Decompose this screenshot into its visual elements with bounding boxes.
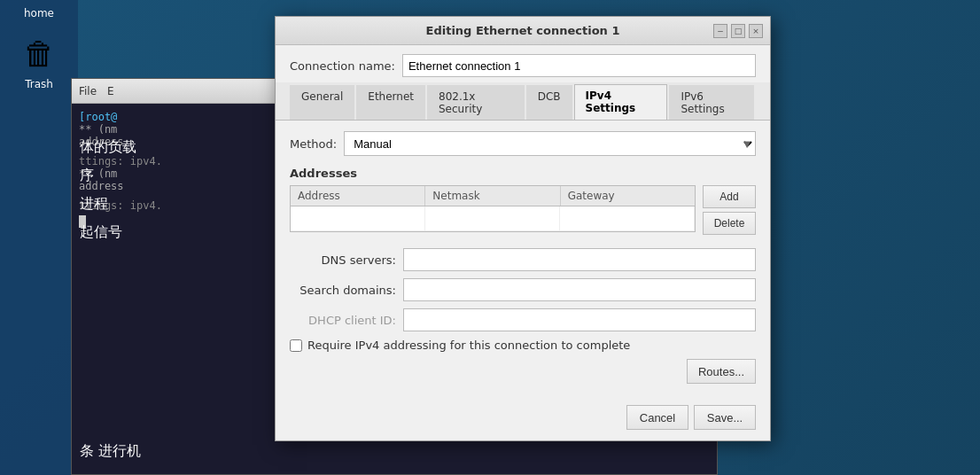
connection-name-row: Connection name: [276, 45, 770, 82]
dhcp-input[interactable] [403, 308, 756, 331]
tab-ipv6[interactable]: IPv6 Settings [669, 85, 754, 120]
routes-button[interactable]: Routes... [687, 359, 756, 384]
addresses-section-title: Addresses [290, 167, 756, 180]
addr-buttons: Add Delete [703, 185, 756, 239]
method-select-wrapper: Manual Automatic (DHCP) Link-Local Only … [344, 131, 756, 156]
tab-general[interactable]: General [290, 85, 354, 120]
require-ipv4-checkbox[interactable] [290, 339, 302, 352]
delete-button[interactable]: Delete [703, 212, 756, 235]
tabs-row: General Ethernet 802.1x Security DCB IPv… [276, 82, 770, 121]
dialog-overlay: Editing Ethernet connection 1 − □ × Conn… [0, 0, 980, 475]
dialog-titlebar: Editing Ethernet connection 1 − □ × [276, 17, 770, 45]
dhcp-row: DHCP client ID: [290, 308, 756, 331]
checkbox-row: Require IPv4 addressing for this connect… [290, 339, 756, 352]
tab-dcb[interactable]: DCB [526, 85, 572, 120]
dialog-content: Method: Manual Automatic (DHCP) Link-Loc… [276, 121, 770, 398]
search-row: Search domains: [290, 278, 756, 301]
search-label: Search domains: [290, 284, 396, 297]
method-select[interactable]: Manual Automatic (DHCP) Link-Local Only … [344, 131, 756, 156]
addr-empty-row[interactable] [291, 206, 695, 231]
col-netmask: Netmask [425, 186, 560, 206]
addresses-header: Address Netmask Gateway [291, 186, 695, 206]
tab-ethernet[interactable]: Ethernet [356, 85, 425, 120]
method-label: Method: [290, 137, 337, 151]
addr-cell-netmask[interactable] [425, 206, 560, 231]
connection-name-label: Connection name: [290, 59, 395, 73]
editing-dialog: Editing Ethernet connection 1 − □ × Conn… [275, 16, 771, 441]
dns-row: DNS servers: [290, 248, 756, 271]
col-gateway: Gateway [561, 186, 695, 206]
connection-name-input[interactable] [402, 54, 756, 77]
tab-ipv4[interactable]: IPv4 Settings [574, 84, 668, 120]
dhcp-label: DHCP client ID: [290, 314, 396, 327]
dialog-title: Editing Ethernet connection 1 [332, 24, 713, 37]
col-address: Address [291, 186, 425, 206]
close-button[interactable]: × [749, 24, 763, 38]
addresses-section: Address Netmask Gateway A [290, 185, 756, 239]
desktop: home 🗑 Trash 体的负载 序 进程 起信号 File E [root@… [0, 0, 980, 475]
method-row: Method: Manual Automatic (DHCP) Link-Loc… [290, 131, 756, 156]
routes-row: Routes... [290, 359, 756, 384]
dialog-footer: Cancel Save... [276, 398, 770, 440]
save-button[interactable]: Save... [694, 405, 756, 430]
dns-input[interactable] [403, 248, 756, 271]
addresses-table-wrapper: Address Netmask Gateway [290, 185, 696, 239]
search-input[interactable] [403, 278, 756, 301]
tab-8021x[interactable]: 802.1x Security [427, 85, 525, 120]
addr-cell-gateway[interactable] [560, 206, 695, 231]
addr-cell-address[interactable] [291, 206, 425, 231]
cancel-button[interactable]: Cancel [626, 405, 688, 430]
add-button[interactable]: Add [703, 185, 756, 208]
checkbox-label: Require IPv4 addressing for this connect… [307, 339, 630, 352]
maximize-button[interactable]: □ [731, 24, 745, 38]
dns-label: DNS servers: [290, 253, 396, 267]
minimize-button[interactable]: − [713, 24, 727, 38]
window-controls: − □ × [713, 24, 763, 38]
addresses-table: Address Netmask Gateway [290, 185, 696, 232]
